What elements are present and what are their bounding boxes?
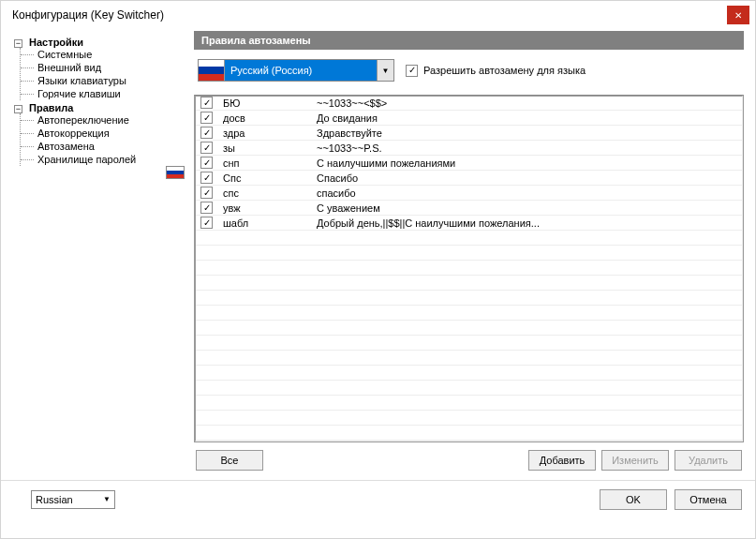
ok-button[interactable]: OK: [600, 489, 667, 510]
checkbox-icon[interactable]: ✓: [200, 172, 213, 184]
checkbox-icon[interactable]: ✓: [200, 217, 213, 229]
tree-collapse-icon[interactable]: −: [14, 39, 22, 48]
table-row[interactable]: ✓снпС наилучшими пожеланиями: [195, 156, 743, 171]
tree-item-password-store[interactable]: Хранилище паролей: [21, 153, 185, 166]
content-area: − Настройки Системные Внешний вид Языки …: [1, 29, 755, 480]
edit-button[interactable]: Изменить: [601, 450, 669, 471]
language-dropdown-value: Русский (Россия): [225, 60, 377, 81]
language-row: Русский (Россия) ▼ ✓ Разрешить автозамен…: [194, 50, 744, 91]
window-title: Конфигурация (Key Switcher): [12, 8, 164, 22]
chevron-down-icon[interactable]: ▼: [377, 60, 393, 81]
rule-key: увж: [219, 202, 313, 214]
checkbox-icon[interactable]: ✓: [200, 142, 213, 154]
rule-key: здра: [219, 127, 313, 139]
rules-table[interactable]: ✓БЮ~~1033~~<$$>✓досвДо свидания✓здраЗдра…: [194, 95, 744, 442]
checkbox-icon[interactable]: ✓: [200, 127, 213, 139]
close-button[interactable]: ✕: [727, 6, 749, 24]
main-panel: Правила автозамены Русский (Россия) ▼ ✓ …: [194, 31, 744, 472]
close-icon: ✕: [734, 10, 742, 21]
table-row[interactable]: ✓зы~~1033~~P.S.: [195, 141, 743, 156]
titlebar: Конфигурация (Key Switcher) ✕: [1, 1, 755, 29]
rule-key: БЮ: [219, 97, 313, 109]
rule-value: спасибо: [313, 187, 743, 199]
enable-autoreplace-checkbox[interactable]: ✓ Разрешить автозамену для языка: [406, 65, 586, 77]
panel-title: Правила автозамены: [194, 31, 744, 50]
table-empty-area: [195, 231, 743, 442]
checkbox-icon: ✓: [406, 65, 418, 77]
table-row[interactable]: ✓здраЗдравствуйте: [195, 126, 743, 141]
checkbox-icon[interactable]: ✓: [200, 157, 213, 169]
table-row[interactable]: ✓увжС уважением: [195, 201, 743, 216]
checkbox-icon[interactable]: ✓: [200, 202, 213, 214]
table-button-row: Все Добавить Изменить Удалить: [194, 442, 744, 472]
tree-item-autoreplace[interactable]: Автозамена: [21, 140, 185, 153]
ui-language-value: Russian: [36, 494, 73, 505]
rule-value: ~~1033~~P.S.: [313, 142, 743, 154]
rule-key: досв: [219, 112, 313, 124]
sidebar-tree: − Настройки Системные Внешний вид Языки …: [12, 31, 186, 472]
checkbox-icon[interactable]: ✓: [200, 97, 213, 109]
delete-button[interactable]: Удалить: [674, 450, 742, 471]
rule-value: Здравствуйте: [313, 127, 743, 139]
russia-flag-icon: [166, 166, 185, 179]
rule-key: Спс: [219, 172, 313, 184]
rule-value: С наилучшими пожеланиями: [313, 157, 743, 169]
add-button[interactable]: Добавить: [528, 450, 596, 471]
tree-item-hotkeys[interactable]: Горячие клавиши: [21, 87, 185, 100]
rule-key: спс: [219, 187, 313, 199]
tree-item-appearance[interactable]: Внешний вид: [21, 61, 185, 74]
table-row[interactable]: ✓СпсСпасибо: [195, 171, 743, 186]
table-row[interactable]: ✓досвДо свидания: [195, 111, 743, 126]
rule-value: До свидания: [313, 112, 743, 124]
table-row[interactable]: ✓шаблДобрый день,||$$||С наилучшими поже…: [195, 216, 743, 231]
rule-key: зы: [219, 142, 313, 154]
config-window: Конфигурация (Key Switcher) ✕ − Настройк…: [0, 0, 756, 539]
cancel-button[interactable]: Отмена: [674, 489, 742, 510]
tree-item-system[interactable]: Системные: [21, 48, 185, 61]
language-dropdown[interactable]: Русский (Россия) ▼: [198, 59, 394, 82]
rule-key: снп: [219, 157, 313, 169]
bottom-bar: Russian ▼ OK Отмена: [1, 480, 755, 517]
rule-value: С уважением: [313, 202, 743, 214]
rule-value: Спасибо: [313, 172, 743, 184]
russia-flag-icon: [199, 60, 225, 81]
tree-item-autoswitch[interactable]: Автопереключение: [21, 113, 185, 127]
tree-group-settings[interactable]: Настройки: [29, 37, 83, 48]
rule-value: ~~1033~~<$$>: [313, 97, 743, 109]
tree-item-keyboard-languages[interactable]: Языки клавиатуры: [21, 74, 185, 87]
select-all-button[interactable]: Все: [196, 450, 263, 471]
tree-collapse-icon[interactable]: −: [14, 105, 22, 113]
chevron-down-icon: ▼: [103, 495, 111, 503]
enable-autoreplace-label: Разрешить автозамену для языка: [423, 65, 586, 76]
checkbox-icon[interactable]: ✓: [200, 112, 213, 124]
tree-group-rules[interactable]: Правила: [29, 102, 73, 113]
ui-language-select[interactable]: Russian ▼: [31, 490, 115, 509]
tree-item-autocorrect[interactable]: Автокоррекция: [21, 127, 185, 140]
checkbox-icon[interactable]: ✓: [200, 187, 213, 199]
rule-key: шабл: [219, 217, 313, 229]
table-row[interactable]: ✓спсспасибо: [195, 186, 743, 201]
table-row[interactable]: ✓БЮ~~1033~~<$$>: [195, 96, 743, 111]
rule-value: Добрый день,||$$||С наилучшими пожелания…: [313, 217, 743, 229]
